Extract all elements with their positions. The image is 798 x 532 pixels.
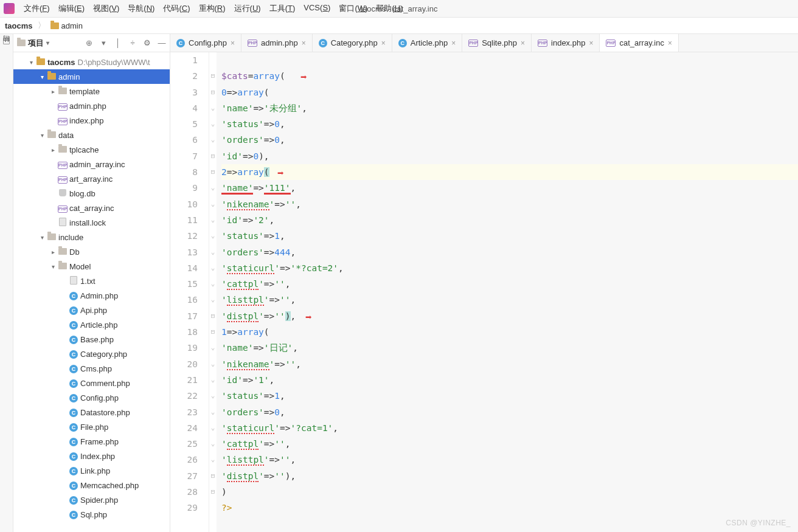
menu-E[interactable]: 编辑(E): [54, 2, 89, 15]
tab-cat_array.inc[interactable]: PHPcat_array.inc×: [600, 34, 678, 52]
breadcrumb-root[interactable]: taocms: [5, 21, 33, 30]
tree-item[interactable]: ▸template: [13, 84, 170, 98]
breadcrumb[interactable]: taocms 〉 admin: [5, 20, 83, 31]
fold-marker[interactable]: ⌄: [209, 116, 217, 132]
fold-marker[interactable]: ⊟: [209, 85, 217, 100]
expand-all-icon[interactable]: ▾: [99, 38, 108, 47]
fold-marker[interactable]: ⊟: [209, 68, 217, 84]
tree-item[interactable]: PHPart_array.inc: [13, 171, 170, 186]
project-tree[interactable]: ▾taocmsD:\phpStudy\WWW\t▾admin▸templateP…: [13, 52, 170, 532]
close-icon[interactable]: ×: [451, 39, 456, 47]
tree-item[interactable]: PHPindex.php: [13, 113, 170, 128]
fold-marker[interactable]: ⌄: [209, 228, 217, 244]
fold-marker[interactable]: ⌄: [209, 132, 217, 148]
fold-marker[interactable]: ⌄: [209, 340, 217, 356]
tree-item[interactable]: ▾include: [13, 230, 170, 244]
fold-marker[interactable]: ⌄: [209, 372, 217, 388]
project-pane-title[interactable]: 项目 ▾: [17, 38, 49, 49]
fold-marker[interactable]: ⌄: [209, 436, 217, 452]
fold-marker[interactable]: ⌄: [209, 196, 217, 212]
fold-marker[interactable]: ⊟: [209, 148, 217, 164]
code-line[interactable]: 'nikename'=>'',: [221, 196, 798, 212]
code-line[interactable]: 'distpl'=>''),: [221, 468, 798, 484]
code-line[interactable]: 'status'=>1,: [221, 228, 798, 244]
close-icon[interactable]: ×: [231, 39, 235, 47]
minimize-icon[interactable]: —: [158, 38, 166, 47]
tree-arrow-icon[interactable]: ▾: [38, 132, 46, 139]
structure-tool-label[interactable]: 结构: [2, 47, 11, 48]
tree-arrow-icon[interactable]: ▾: [38, 234, 46, 241]
fold-marker[interactable]: ⊟: [209, 308, 217, 324]
code-line[interactable]: 'listtpl'=>'',: [221, 292, 798, 308]
fold-marker[interactable]: ⌄: [209, 180, 217, 196]
fold-marker[interactable]: ⌄: [209, 260, 217, 276]
tree-item[interactable]: ▾Model: [13, 259, 170, 274]
fold-marker[interactable]: ⌄: [209, 100, 217, 116]
tree-item[interactable]: CFile.php: [13, 420, 170, 434]
code-line[interactable]: 'staticurl'=>'*?cat=2',: [221, 260, 798, 276]
tree-item[interactable]: CDatastore.php: [13, 405, 170, 420]
tree-item[interactable]: CArticle.php: [13, 317, 170, 332]
code-line[interactable]: 2=>array(⬅: [221, 164, 798, 180]
code-line[interactable]: ): [221, 484, 798, 500]
fold-marker[interactable]: ⊟: [209, 324, 217, 340]
code-line[interactable]: $cats=array(⬅: [221, 68, 798, 84]
select-opened-icon[interactable]: ⊕: [85, 38, 93, 47]
menu-V[interactable]: 视图(V): [89, 2, 123, 15]
tree-arrow-icon[interactable]: ▸: [49, 147, 57, 153]
tree-item[interactable]: ▸Db: [13, 244, 170, 259]
close-icon[interactable]: ×: [381, 39, 386, 47]
breadcrumb-child[interactable]: admin: [61, 21, 83, 30]
fold-marker[interactable]: ⌄: [209, 388, 217, 404]
menu-T[interactable]: 工具(T): [265, 2, 300, 15]
tab-Article.php[interactable]: CArticle.php×: [392, 34, 462, 52]
menu-H[interactable]: 帮助(H): [372, 2, 407, 15]
divide-icon[interactable]: ÷: [128, 38, 137, 47]
tab-admin.php[interactable]: PHPadmin.php×: [241, 34, 313, 52]
code-editor[interactable]: 1234567891011121314151617181920212223242…: [170, 52, 798, 532]
tree-item[interactable]: CComment.php: [13, 376, 170, 390]
tree-item[interactable]: CSpider.php: [13, 492, 170, 507]
tree-item[interactable]: CIndex.php: [13, 449, 170, 463]
code-line[interactable]: 'cattpl'=>'',: [221, 276, 798, 292]
tree-item[interactable]: ▸tplcache: [13, 142, 170, 157]
tree-item[interactable]: CSql.php: [13, 507, 170, 522]
fold-marker[interactable]: ⌄: [209, 212, 217, 228]
tree-arrow-icon[interactable]: ▾: [27, 59, 35, 66]
structure-tool-icon[interactable]: [3, 38, 10, 44]
tree-item[interactable]: ▾admin: [13, 69, 170, 84]
code-line[interactable]: 'distpl'=>''),⬅: [221, 308, 798, 324]
fold-marker[interactable]: ⌄: [209, 244, 217, 260]
tree-item[interactable]: CApi.php: [13, 303, 170, 317]
code-line[interactable]: 'orders'=>0,: [221, 132, 798, 148]
code-line[interactable]: 'status'=>1,: [221, 388, 798, 404]
tree-item[interactable]: CCategory.php: [13, 347, 170, 361]
tab-Sqlite.php[interactable]: PHPSqlite.php×: [462, 34, 532, 52]
tree-item[interactable]: CAdmin.php: [13, 288, 170, 303]
tab-Category.php[interactable]: CCategory.php×: [313, 34, 392, 52]
code-line[interactable]: 'name'=>'未分组',: [221, 100, 798, 116]
menu-F[interactable]: 文件(F): [19, 2, 54, 15]
menu-N[interactable]: 导航(N): [123, 2, 159, 15]
fold-marker[interactable]: ⊟: [209, 468, 217, 484]
menu-C[interactable]: 代码(C): [159, 2, 194, 15]
tab-index.php[interactable]: PHPindex.php×: [532, 34, 600, 52]
fold-marker[interactable]: ⊟: [209, 164, 217, 180]
tree-item[interactable]: ▾data: [13, 128, 170, 142]
fold-marker[interactable]: ⊟: [209, 484, 217, 500]
tree-item[interactable]: 1.txt: [13, 274, 170, 288]
left-tool-strip[interactable]: 结构: [0, 34, 13, 532]
code-line[interactable]: 'cattpl'=>'',: [221, 436, 798, 452]
code-line[interactable]: 1=>array(: [221, 324, 798, 340]
tree-arrow-icon[interactable]: ▸: [49, 88, 57, 95]
code-line[interactable]: 'id'=>'2',: [221, 212, 798, 228]
line-gutter[interactable]: 1234567891011121314151617181920212223242…: [170, 52, 209, 532]
code-line[interactable]: [221, 52, 798, 68]
close-icon[interactable]: ×: [668, 39, 672, 47]
tree-arrow-icon[interactable]: ▸: [49, 249, 57, 255]
code-line[interactable]: ?>: [221, 500, 798, 516]
close-icon[interactable]: ×: [521, 39, 525, 47]
code-line[interactable]: 'id'=>'1',: [221, 372, 798, 388]
tree-item[interactable]: PHPcat_array.inc: [13, 201, 170, 215]
menu-W[interactable]: 窗口(W): [335, 2, 372, 15]
